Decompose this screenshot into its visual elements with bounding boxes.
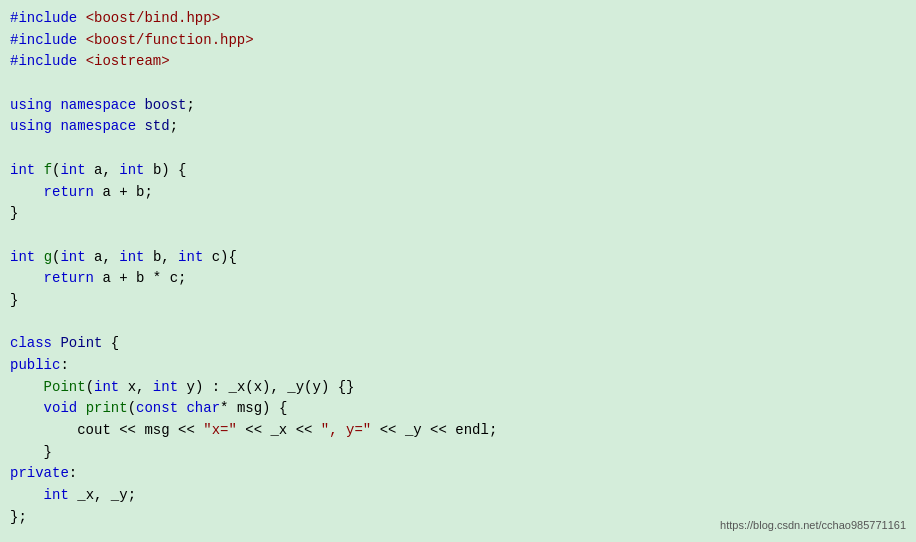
preprocessor-include-1: #include: [10, 10, 77, 26]
func-f: f: [44, 162, 52, 178]
code-line-9: return a + b;: [10, 182, 906, 204]
code-line-23: int _x, _y;: [10, 485, 906, 507]
constructor-point: Point: [44, 379, 86, 395]
func-g: g: [44, 249, 52, 265]
type-int-2: int: [60, 162, 85, 178]
kw-namespace-2: namespace: [60, 118, 136, 134]
code-line-19: void print(const char* msg) {: [10, 398, 906, 420]
type-int-8: int: [94, 379, 119, 395]
code-line-15: [10, 312, 906, 334]
ns-std: std: [144, 118, 169, 134]
type-int-5: int: [60, 249, 85, 265]
code-line-1: #include <boost/bind.hpp>: [10, 8, 906, 30]
code-line-17: public:: [10, 355, 906, 377]
code-line-22: private:: [10, 463, 906, 485]
code-line-6: using namespace std;: [10, 116, 906, 138]
str-x-eq: "x=": [203, 422, 237, 438]
code-line-10: }: [10, 203, 906, 225]
code-line-14: }: [10, 290, 906, 312]
kw-using-1: using: [10, 97, 52, 113]
ns-boost: boost: [144, 97, 186, 113]
type-int-7: int: [178, 249, 203, 265]
type-int-9: int: [153, 379, 178, 395]
type-int-3: int: [119, 162, 144, 178]
preprocessor-include-2: #include: [10, 32, 77, 48]
kw-void: void: [44, 400, 78, 416]
code-line-20: cout << msg << "x=" << _x << ", y=" << _…: [10, 420, 906, 442]
watermark: https://blog.csdn.net/cchao985771161: [720, 517, 906, 534]
kw-namespace-1: namespace: [60, 97, 136, 113]
type-int-1: int: [10, 162, 35, 178]
type-int-6: int: [119, 249, 144, 265]
include-path-3: <iostream>: [86, 53, 170, 69]
code-editor: #include <boost/bind.hpp> #include <boos…: [0, 0, 916, 542]
code-line-2: #include <boost/function.hpp>: [10, 30, 906, 52]
code-line-7: [10, 138, 906, 160]
type-int-10: int: [44, 487, 69, 503]
str-y-eq: ", y=": [321, 422, 371, 438]
kw-private: private: [10, 465, 69, 481]
code-line-21: }: [10, 442, 906, 464]
code-line-11: [10, 225, 906, 247]
code-line-13: return a + b * c;: [10, 268, 906, 290]
code-line-16: class Point {: [10, 333, 906, 355]
kw-using-2: using: [10, 118, 52, 134]
code-line-12: int g(int a, int b, int c){: [10, 247, 906, 269]
include-path-1: <boost/bind.hpp>: [86, 10, 220, 26]
kw-class: class: [10, 335, 52, 351]
code-line-8: int f(int a, int b) {: [10, 160, 906, 182]
code-line-18: Point(int x, int y) : _x(x), _y(y) {}: [10, 377, 906, 399]
type-char: char: [186, 400, 220, 416]
class-name-point: Point: [60, 335, 102, 351]
code-line-5: using namespace boost;: [10, 95, 906, 117]
code-line-3: #include <iostream>: [10, 51, 906, 73]
method-print: print: [86, 400, 128, 416]
type-int-4: int: [10, 249, 35, 265]
kw-return-1: return: [44, 184, 94, 200]
preprocessor-include-3: #include: [10, 53, 77, 69]
include-path-2: <boost/function.hpp>: [86, 32, 254, 48]
kw-public: public: [10, 357, 60, 373]
code-line-4: [10, 73, 906, 95]
kw-const: const: [136, 400, 178, 416]
kw-return-2: return: [44, 270, 94, 286]
